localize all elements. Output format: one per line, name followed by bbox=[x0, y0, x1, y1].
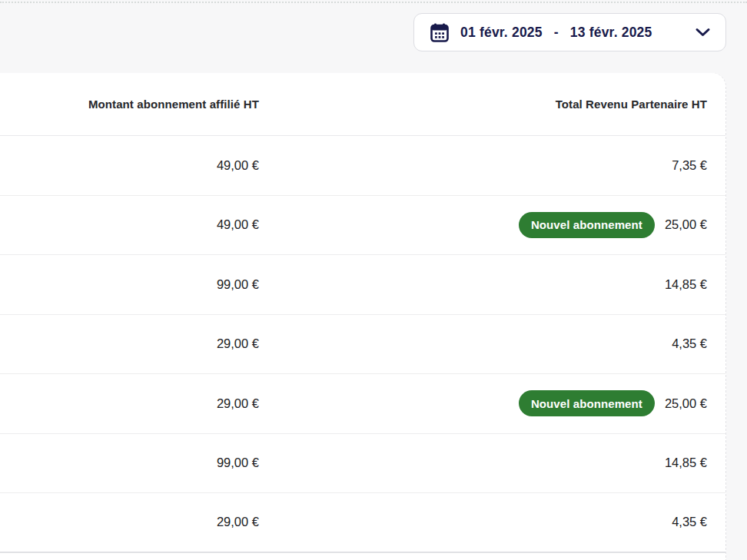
table-row: 49,00 € Nouvel abonnement 25,00 € bbox=[0, 196, 725, 256]
commissions-table-panel: Montant abonnement affilié HT Total Reve… bbox=[0, 73, 726, 560]
table-body: 49,00 € 7,35 € 49,00 € Nouvel abonnement… bbox=[0, 136, 725, 553]
table-row: 29,00 € 4,35 € bbox=[0, 493, 725, 553]
page: 01 févr. 2025 - 13 févr. 2025 Montant ab… bbox=[0, 0, 747, 560]
calendar-icon bbox=[429, 22, 450, 43]
affiliate-amount: 99,00 € bbox=[217, 456, 259, 469]
partner-revenue-amount: 14,85 € bbox=[665, 456, 707, 470]
cell-total-revenu: 14,85 € bbox=[259, 277, 725, 292]
affiliate-amount: 29,00 € bbox=[217, 336, 259, 350]
partner-revenue-amount: 4,35 € bbox=[672, 515, 707, 529]
table-row: 29,00 € Nouvel abonnement 25,00 € bbox=[0, 374, 725, 434]
chevron-down-icon bbox=[695, 27, 711, 38]
top-dotted-divider bbox=[0, 2, 747, 3]
date-range-picker[interactable]: 01 févr. 2025 - 13 févr. 2025 bbox=[413, 13, 726, 51]
table-row: 29,00 € 4,35 € bbox=[0, 315, 725, 375]
cell-total-revenu: 4,35 € bbox=[259, 515, 725, 529]
cell-total-revenu: Nouvel abonnement 25,00 € bbox=[259, 390, 725, 416]
partner-revenue-amount: 7,35 € bbox=[672, 158, 707, 173]
partner-revenue-amount: 25,00 € bbox=[665, 396, 707, 411]
partner-revenue-amount: 4,35 € bbox=[672, 336, 707, 351]
column-header-montant-abonnement: Montant abonnement affilié HT bbox=[0, 98, 259, 111]
cell-total-revenu: 14,85 € bbox=[259, 456, 725, 470]
cell-total-revenu: 7,35 € bbox=[259, 158, 725, 173]
table-header-row: Montant abonnement affilié HT Total Reve… bbox=[0, 73, 725, 136]
new-subscription-badge: Nouvel abonnement bbox=[519, 212, 655, 238]
cell-montant-abonnement: 29,00 € bbox=[0, 336, 259, 351]
cell-montant-abonnement: 49,00 € bbox=[0, 217, 259, 232]
table-row: 49,00 € 7,35 € bbox=[0, 136, 725, 196]
affiliate-amount: 49,00 € bbox=[217, 217, 259, 231]
date-range-start: 01 févr. 2025 bbox=[460, 25, 543, 41]
cell-montant-abonnement: 29,00 € bbox=[0, 515, 259, 529]
cell-montant-abonnement: 29,00 € bbox=[0, 396, 259, 411]
partner-revenue-amount: 25,00 € bbox=[665, 217, 707, 232]
table-row: 99,00 € 14,85 € bbox=[0, 255, 725, 315]
cell-montant-abonnement: 99,00 € bbox=[0, 277, 259, 292]
affiliate-amount: 49,00 € bbox=[217, 158, 259, 172]
cell-montant-abonnement: 99,00 € bbox=[0, 456, 259, 470]
column-header-total-revenu: Total Revenu Partenaire HT bbox=[259, 98, 725, 111]
table-row: 99,00 € 14,85 € bbox=[0, 434, 725, 494]
cell-total-revenu: Nouvel abonnement 25,00 € bbox=[259, 212, 725, 238]
new-subscription-badge: Nouvel abonnement bbox=[519, 390, 655, 416]
affiliate-amount: 29,00 € bbox=[217, 515, 259, 529]
partner-revenue-amount: 14,85 € bbox=[665, 277, 707, 292]
affiliate-amount: 29,00 € bbox=[217, 396, 259, 410]
cell-montant-abonnement: 49,00 € bbox=[0, 158, 259, 173]
cell-total-revenu: 4,35 € bbox=[259, 336, 725, 351]
affiliate-amount: 99,00 € bbox=[217, 277, 259, 291]
date-range-separator: - bbox=[553, 25, 560, 41]
date-range-end: 13 févr. 2025 bbox=[570, 25, 652, 41]
